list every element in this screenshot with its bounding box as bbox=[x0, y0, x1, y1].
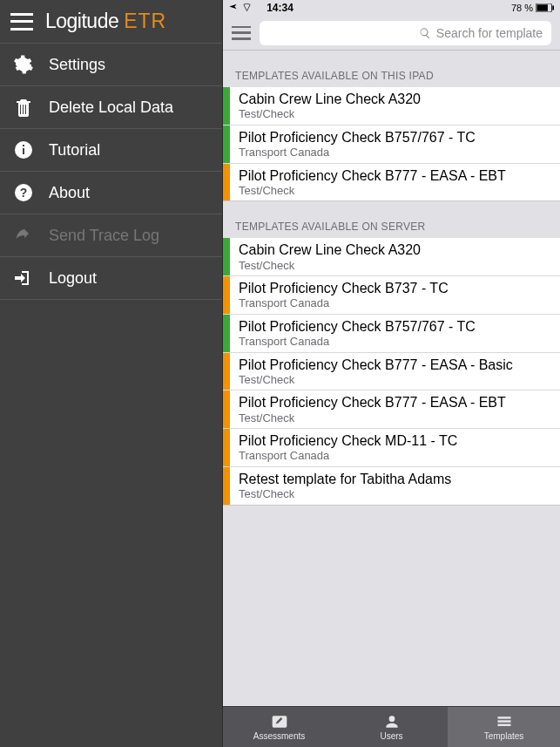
sidebar-item-label: Settings bbox=[49, 56, 105, 74]
row-title: Cabin Crew Line Check A320 bbox=[239, 91, 421, 107]
row-subtitle: Test/Check bbox=[239, 259, 421, 273]
brand-name: Logitude bbox=[45, 10, 118, 32]
main-panel: 14:34 78 % Search for template TEMPLATES… bbox=[223, 0, 560, 747]
row-body: Pilot Proficiency Check B777 - EASA - EB… bbox=[230, 390, 515, 428]
row-subtitle: Test/Check bbox=[239, 184, 506, 198]
row-title: Pilot Proficiency Check B777 - EASA - EB… bbox=[239, 394, 506, 411]
search-placeholder: Search for template bbox=[436, 26, 543, 40]
user-icon bbox=[382, 713, 401, 730]
row-body: Pilot Proficiency Check B757/767 - TC Tr… bbox=[230, 126, 484, 163]
sidebar-item-label: Delete Local Data bbox=[49, 98, 173, 117]
color-stripe bbox=[223, 87, 230, 125]
tab-bar: AssessmentsUsersTemplates bbox=[223, 706, 560, 747]
template-row[interactable]: Pilot Proficiency Check B777 - EASA - EB… bbox=[223, 390, 560, 429]
menu-icon[interactable] bbox=[10, 13, 33, 31]
template-row[interactable]: Pilot Proficiency Check MD-11 - TC Trans… bbox=[223, 429, 560, 467]
row-title: Pilot Proficiency Check B757/767 - TC bbox=[239, 318, 476, 335]
color-stripe bbox=[223, 276, 230, 314]
svg-rect-2 bbox=[552, 6, 554, 10]
sidebar-item-label: Logout bbox=[49, 269, 97, 288]
tab-users[interactable]: Users bbox=[335, 707, 448, 747]
logout-icon bbox=[12, 267, 35, 289]
sidebar-item-label: Tutorial bbox=[49, 141, 100, 160]
sidebar-item-delete[interactable]: Delete Local Data bbox=[0, 86, 222, 129]
color-stripe bbox=[223, 126, 230, 163]
app-brand: Logitude ETR bbox=[45, 10, 166, 33]
row-title: Pilot Proficiency Check B777 - EASA - Ba… bbox=[239, 357, 513, 373]
navbar: Search for template bbox=[223, 16, 560, 51]
template-row[interactable]: Cabin Crew Line Check A320 Test/Check bbox=[223, 238, 560, 276]
tab-label: Users bbox=[380, 731, 402, 741]
template-row[interactable]: Pilot Proficiency Check B777 - EASA - EB… bbox=[223, 164, 560, 202]
template-row[interactable]: Pilot Proficiency Check B737 - TC Transp… bbox=[223, 276, 560, 315]
row-body: Pilot Proficiency Check B777 - EASA - Ba… bbox=[230, 353, 522, 390]
status-left-icons bbox=[228, 3, 252, 14]
stack-icon bbox=[495, 713, 514, 730]
sidebar-header: Logitude ETR bbox=[0, 0, 222, 44]
help-icon bbox=[12, 181, 35, 204]
sidebar-item-about[interactable]: About bbox=[0, 172, 222, 214]
search-icon bbox=[419, 27, 431, 39]
sidebar-item-settings[interactable]: Settings bbox=[0, 44, 222, 86]
color-stripe bbox=[223, 238, 230, 275]
pencil-icon bbox=[270, 713, 289, 730]
row-body: Pilot Proficiency Check MD-11 - TC Trans… bbox=[230, 429, 466, 466]
sidebar-item-logout[interactable]: Logout bbox=[0, 257, 222, 300]
row-title: Cabin Crew Line Check A320 bbox=[239, 241, 421, 258]
info-icon bbox=[12, 139, 35, 161]
row-body: Retest template for Tabitha Adams Test/C… bbox=[230, 467, 460, 505]
status-bar: 14:34 78 % bbox=[223, 0, 560, 16]
color-stripe bbox=[223, 353, 230, 390]
gear-icon bbox=[12, 53, 35, 76]
row-subtitle: Transport Canada bbox=[239, 146, 476, 160]
row-body: Pilot Proficiency Check B737 - TC Transp… bbox=[230, 276, 457, 314]
row-subtitle: Test/Check bbox=[239, 487, 451, 501]
row-subtitle: Transport Canada bbox=[239, 296, 449, 310]
color-stripe bbox=[223, 390, 230, 428]
sidebar: Logitude ETR SettingsDelete Local DataTu… bbox=[0, 0, 223, 747]
template-row[interactable]: Pilot Proficiency Check B757/767 - TC Tr… bbox=[223, 315, 560, 353]
content-menu-icon[interactable] bbox=[232, 26, 251, 40]
row-body: Cabin Crew Line Check A320 Test/Check bbox=[230, 87, 429, 125]
tab-templates[interactable]: Templates bbox=[448, 707, 560, 747]
color-stripe bbox=[223, 429, 230, 466]
row-title: Pilot Proficiency Check B757/767 - TC bbox=[239, 129, 476, 146]
row-subtitle: Test/Check bbox=[239, 107, 421, 121]
tab-label: Assessments bbox=[253, 731, 305, 741]
content-scroll[interactable]: TEMPLATES AVAILABLE ON THIS IPAD Cabin C… bbox=[223, 51, 560, 706]
sidebar-item-tutorial[interactable]: Tutorial bbox=[0, 129, 222, 172]
sidebar-item-trace: Send Trace Log bbox=[0, 214, 222, 257]
row-title: Pilot Proficiency Check MD-11 - TC bbox=[239, 432, 457, 449]
trash-icon bbox=[12, 96, 35, 119]
row-subtitle: Test/Check bbox=[239, 373, 513, 387]
brand-suffix: ETR bbox=[124, 10, 166, 32]
row-subtitle: Test/Check bbox=[239, 411, 506, 425]
sidebar-item-label: Send Trace Log bbox=[49, 227, 159, 245]
battery-icon bbox=[536, 3, 555, 12]
svg-rect-1 bbox=[536, 4, 548, 11]
search-input[interactable]: Search for template bbox=[260, 21, 551, 45]
row-body: Pilot Proficiency Check B757/767 - TC Tr… bbox=[230, 315, 484, 352]
row-title: Pilot Proficiency Check B737 - TC bbox=[239, 280, 449, 296]
section-header: TEMPLATES AVAILABLE ON SERVER bbox=[223, 201, 560, 238]
clock: 14:34 bbox=[267, 2, 293, 14]
sidebar-menu: SettingsDelete Local DataTutorialAboutSe… bbox=[0, 44, 222, 300]
share-icon bbox=[12, 224, 35, 247]
row-title: Pilot Proficiency Check B777 - EASA - EB… bbox=[239, 167, 506, 184]
tab-label: Templates bbox=[484, 731, 524, 741]
template-row[interactable]: Retest template for Tabitha Adams Test/C… bbox=[223, 467, 560, 506]
tab-assessments[interactable]: Assessments bbox=[223, 707, 335, 747]
row-subtitle: Transport Canada bbox=[239, 335, 476, 349]
template-row[interactable]: Pilot Proficiency Check B777 - EASA - Ba… bbox=[223, 353, 560, 391]
battery-status: 78 % bbox=[511, 3, 555, 13]
row-subtitle: Transport Canada bbox=[239, 449, 457, 463]
row-body: Pilot Proficiency Check B777 - EASA - EB… bbox=[230, 164, 515, 201]
color-stripe bbox=[223, 164, 230, 201]
color-stripe bbox=[223, 467, 230, 505]
row-body: Cabin Crew Line Check A320 Test/Check bbox=[230, 238, 429, 275]
template-row[interactable]: Pilot Proficiency Check B757/767 - TC Tr… bbox=[223, 126, 560, 164]
sidebar-item-label: About bbox=[49, 184, 90, 202]
section-header: TEMPLATES AVAILABLE ON THIS IPAD bbox=[223, 51, 560, 87]
battery-text: 78 % bbox=[511, 3, 533, 13]
template-row[interactable]: Cabin Crew Line Check A320 Test/Check bbox=[223, 87, 560, 126]
